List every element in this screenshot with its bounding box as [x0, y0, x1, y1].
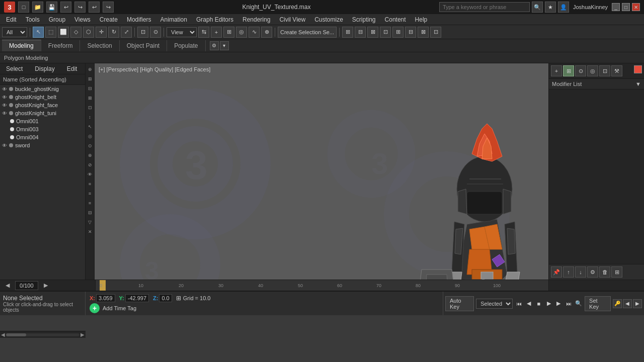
menu-edit[interactable]: Edit	[2, 15, 21, 24]
side-icon-4[interactable]: ⊠	[86, 94, 94, 102]
key-prev-icon[interactable]: ◀	[623, 299, 632, 308]
select-region3-button[interactable]: ◇	[70, 27, 82, 38]
filter-dropdown[interactable]: All	[2, 27, 27, 37]
scene-item-omni003[interactable]: Omni003	[0, 125, 85, 133]
mirror-button[interactable]: ⇆	[198, 27, 209, 38]
side-icon-16[interactable]: ⊟	[86, 209, 94, 217]
go-to-end-button[interactable]: ⏭	[565, 299, 573, 308]
scroll-left-icon[interactable]: ◀	[1, 332, 5, 337]
menu-rendering[interactable]: Rendering	[238, 15, 274, 24]
menu-group[interactable]: Group	[45, 15, 69, 24]
select-tab[interactable]: Select	[2, 65, 27, 73]
side-icon-1[interactable]: ⊕	[86, 65, 94, 73]
set-key-button[interactable]: Set Key	[585, 296, 611, 311]
tab-selection[interactable]: Selection	[80, 40, 119, 51]
side-icon-15[interactable]: ≡	[86, 199, 94, 207]
scene-item-belt[interactable]: 👁 ghostKnight_belt	[0, 93, 85, 101]
layout2-button[interactable]: ⊟	[355, 27, 366, 38]
select-region4-button[interactable]: ⬡	[83, 27, 94, 38]
view-dropdown[interactable]: View	[167, 27, 197, 37]
close-button[interactable]: ✕	[632, 3, 640, 11]
menu-help[interactable]: Help	[411, 15, 432, 24]
tab-modeling[interactable]: Modeling	[2, 40, 41, 51]
menu-create[interactable]: Create	[96, 15, 122, 24]
modifier-pin-icon[interactable]: 📌	[551, 266, 562, 278]
menu-scripting[interactable]: Scripting	[348, 15, 380, 24]
tl-right-arrow[interactable]: ▶	[40, 280, 51, 291]
named-sel-button[interactable]: Create Selection Se...	[278, 27, 337, 38]
scene-item-omni004[interactable]: Omni004	[0, 133, 85, 141]
visibility-icon[interactable]: 👁	[2, 111, 7, 116]
menu-civil-view[interactable]: Civil View	[275, 15, 309, 24]
select-lasso-button[interactable]: ⊡	[137, 27, 148, 38]
side-icon-3[interactable]: ⊟	[86, 84, 94, 93]
visibility-icon[interactable]: 👁	[2, 103, 7, 108]
layout1-button[interactable]: ⊞	[342, 27, 353, 38]
tab-freeform[interactable]: Freeform	[41, 40, 80, 51]
side-icon-18[interactable]: ✕	[86, 228, 94, 236]
modifier-move-down-icon[interactable]: ↓	[575, 266, 586, 278]
snap4-button[interactable]: ⊕	[261, 27, 272, 38]
modifier-move-up-icon[interactable]: ↑	[563, 266, 574, 278]
visibility-icon[interactable]: 👁	[2, 86, 7, 92]
selected-dropdown[interactable]: Selected	[476, 299, 513, 309]
modifier-collapse-icon[interactable]: ⊞	[611, 266, 622, 278]
menu-animation[interactable]: Animation	[156, 15, 191, 24]
key-filter-icon[interactable]: 🔑	[613, 299, 622, 308]
next-frame-button[interactable]: ▶	[555, 299, 563, 308]
snap-button[interactable]: ⊞	[223, 27, 234, 38]
scene-item-omni001[interactable]: Omni001	[0, 117, 85, 125]
tab-expand-icon[interactable]: ▾	[220, 41, 229, 50]
scene-item-sword[interactable]: 👁 sword	[0, 141, 85, 149]
modifier-delete-icon[interactable]: 🗑	[599, 266, 610, 278]
layout4-button[interactable]: ⊡	[380, 27, 391, 38]
layout3-button[interactable]: ⊠	[367, 27, 378, 38]
side-icon-17[interactable]: ▽	[86, 218, 94, 226]
display-tab[interactable]: Display	[31, 65, 58, 73]
open-button[interactable]: 📁	[32, 2, 43, 13]
maximize-button[interactable]: □	[622, 3, 630, 11]
search-icon[interactable]: 🔍	[532, 2, 543, 13]
undo2-button[interactable]: ↩	[89, 2, 100, 13]
hierarchy-panel-icon[interactable]: ⊙	[575, 65, 586, 76]
visibility-icon[interactable]: 👁	[2, 95, 7, 100]
side-icon-10[interactable]: ⊗	[86, 151, 94, 159]
undo-button[interactable]: ↩	[60, 2, 71, 13]
tab-object-paint[interactable]: Object Paint	[120, 40, 167, 51]
side-icon-13[interactable]: ≡	[86, 180, 94, 188]
edit-tab[interactable]: Edit	[63, 65, 82, 73]
search-playback-icon[interactable]: 🔍	[575, 299, 583, 308]
paint-select-button[interactable]: ⊙	[150, 27, 161, 38]
scene-item-buckle[interactable]: 👁 buckle_ghostKnig	[0, 85, 85, 93]
side-icon-7[interactable]: ↖	[86, 123, 94, 131]
redo2-button[interactable]: ↪	[103, 2, 114, 13]
menu-customize[interactable]: Customize	[310, 15, 347, 24]
scene-item-face[interactable]: 👁 ghostKnight_face	[0, 101, 85, 109]
scroll-right-icon[interactable]: ▶	[80, 332, 85, 337]
play-button[interactable]: ▶	[545, 299, 553, 308]
side-icon-14[interactable]: ≡	[86, 190, 94, 198]
snap3-button[interactable]: ∿	[249, 27, 260, 38]
align-button[interactable]: +	[211, 27, 222, 38]
tab-settings-icon[interactable]: ⚙	[210, 41, 219, 50]
tab-populate[interactable]: Populate	[167, 40, 205, 51]
scale-button[interactable]: ⤢	[121, 27, 132, 38]
modifier-settings-icon[interactable]: ⚙	[587, 266, 598, 278]
viewport[interactable]: [+] [Perspective] [High Quality] [Edged …	[95, 63, 548, 280]
timeline-ruler[interactable]: 0 10 20 30 40 50 60 70 80 90 100	[96, 280, 548, 291]
snap2-button[interactable]: ◎	[236, 27, 247, 38]
layout8-button[interactable]: ⊡	[430, 27, 441, 38]
modify-panel-icon[interactable]: ⊞	[563, 65, 574, 76]
modifier-dropdown-arrow[interactable]: ▼	[635, 81, 641, 87]
auto-key-button[interactable]: Auto Key	[445, 296, 474, 311]
side-icon-5[interactable]: ⊡	[86, 104, 94, 112]
scene-item-tunic[interactable]: 👁 ghostKnight_tuni	[0, 109, 85, 117]
select-region-button[interactable]: ⬚	[45, 27, 56, 38]
minimize-button[interactable]: _	[612, 3, 620, 11]
visibility-icon[interactable]: 👁	[2, 143, 7, 148]
redo-button[interactable]: ↪	[74, 2, 86, 13]
side-icon-12[interactable]: 👁	[86, 170, 94, 178]
display-panel-icon[interactable]: ⊡	[599, 65, 610, 76]
rotate-button[interactable]: ↻	[108, 27, 119, 38]
layout7-button[interactable]: ⊠	[418, 27, 429, 38]
